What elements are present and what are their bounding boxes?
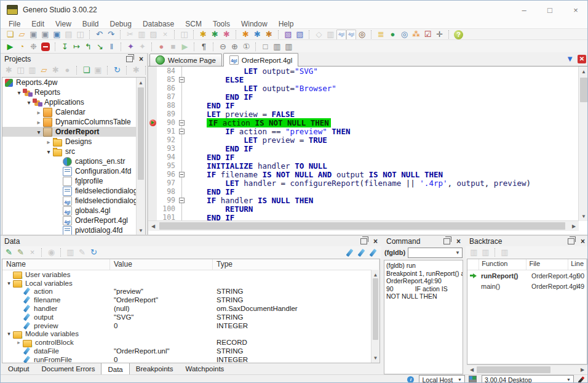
tree-item-applications[interactable]: ▾Applications <box>2 97 145 107</box>
dock-tab-breakpoints[interactable]: Breakpoints <box>130 363 180 374</box>
close-panel-icon[interactable]: × <box>138 55 145 63</box>
tree-item-fieldselectiondialog-4gl[interactable]: fieldselectiondialog.4gl <box>2 196 145 206</box>
breakpoint-margin[interactable] <box>148 127 157 135</box>
code-line[interactable]: 95 INITIALIZE handler TO NULL <box>148 161 579 170</box>
code-line[interactable]: 84 LET output="SVG" <box>148 67 579 75</box>
new-file-icon[interactable]: ❏ <box>4 30 16 39</box>
fold-margin[interactable] <box>178 196 186 204</box>
column-file[interactable]: File <box>526 259 568 270</box>
build-icon[interactable]: ✱ <box>197 30 209 39</box>
stop-icon[interactable] <box>41 42 50 51</box>
compile-all-icon[interactable]: ✱ <box>252 30 263 39</box>
code-line[interactable]: 85 ELSE <box>148 75 579 84</box>
expander-icon[interactable]: ▸ <box>34 109 43 116</box>
tree-item-globals-4gl[interactable]: globals.4gl <box>2 206 145 216</box>
menu-item-scm[interactable]: SCM <box>180 20 207 28</box>
menu-item-database[interactable]: Database <box>137 20 180 28</box>
scroll-left-icon[interactable]: ◀ <box>467 365 477 374</box>
zoom-reset-icon[interactable]: ① <box>240 42 252 52</box>
breakpoint-margin[interactable] <box>148 179 157 187</box>
code-line[interactable]: 88 END IF <box>148 101 579 110</box>
build-all-icon[interactable]: ✱ <box>209 30 221 39</box>
dock-tab-document-errors[interactable]: Document Errors <box>36 363 101 374</box>
tree-item-orderreport-4gl[interactable]: OrderReport.4gl <box>2 216 145 225</box>
tab-list-icon[interactable]: ▼ <box>566 54 574 63</box>
schema-icon[interactable]: ≣ <box>375 30 387 39</box>
export-icon[interactable]: ▧ <box>294 30 306 39</box>
info-icon[interactable]: i <box>407 376 414 383</box>
scroll-thumb[interactable] <box>138 87 144 180</box>
close-panel-icon[interactable]: × <box>579 237 586 246</box>
code-line[interactable]: 100 RETURN <box>148 204 579 213</box>
breakpoint-margin[interactable] <box>148 187 157 196</box>
environment-icon[interactable] <box>469 376 477 383</box>
variable-row[interactable]: dataFile"OrderReport.unl"STRING <box>2 347 379 355</box>
code-line[interactable]: 90 IF action IS NOT NULL THEN <box>148 118 579 127</box>
menu-item-build[interactable]: Build <box>77 20 105 28</box>
scroll-up-icon[interactable]: ▲ <box>137 78 145 87</box>
variable-row[interactable]: output"SVG"STRING <box>2 313 379 321</box>
run-scheduled-icon[interactable]: ◔ <box>16 42 28 52</box>
tree-item-designs[interactable]: ▸Designs <box>2 137 145 147</box>
close-panel-icon[interactable]: × <box>372 237 379 246</box>
breakpoint-margin[interactable] <box>148 153 157 161</box>
variable-row[interactable]: handler(null)om.SaxDocumentHandler <box>2 304 379 313</box>
attach-debugger-icon[interactable]: ❉ <box>28 42 39 52</box>
scroll-down-icon[interactable]: ▼ <box>371 353 379 363</box>
open-file-icon[interactable]: ▱ <box>16 30 28 39</box>
step-out-icon[interactable]: ↰ <box>82 42 94 52</box>
run-in-browser-icon[interactable]: ● <box>387 30 399 39</box>
close-panel-icon[interactable]: × <box>455 237 462 246</box>
expander-icon[interactable]: ▾ <box>34 129 43 135</box>
code-line[interactable]: 99 IF handler IS NULL THEN <box>148 196 579 204</box>
save-as-icon[interactable]: ▣ <box>39 30 51 39</box>
menu-item-file[interactable]: File <box>3 20 26 28</box>
breakpoint-margin[interactable] <box>148 67 157 75</box>
clean-icon[interactable]: ✱ <box>263 30 275 39</box>
tree-item-configuration-4fd[interactable]: Configuration.4fd <box>2 166 145 176</box>
configure-icon[interactable] <box>578 376 585 383</box>
breakpoint-margin[interactable] <box>148 75 157 84</box>
minimize-button[interactable]: – <box>511 1 537 18</box>
tree-item-dynamiccolumnstable[interactable]: ▸DynamicColumnsTable <box>2 117 145 127</box>
editor-vscrollbar[interactable]: ▲ ▼ <box>578 67 588 221</box>
scroll-thumb[interactable] <box>580 78 587 102</box>
toggle-breakpoint-icon[interactable]: ✦ <box>125 42 137 52</box>
fold-collapse-icon[interactable] <box>179 77 185 83</box>
variable-row[interactable]: ▾Local variables <box>2 279 379 288</box>
dock-tab-data[interactable]: Data <box>101 363 129 376</box>
tree-item-src[interactable]: ▾src <box>2 147 145 156</box>
scroll-right-icon[interactable]: ▶ <box>569 221 579 231</box>
expander-icon[interactable]: ▸ <box>15 339 23 345</box>
help-icon[interactable]: ? <box>454 30 463 39</box>
variable-row[interactable]: runFromFile0INTEGER <box>2 355 379 363</box>
dependencies-icon[interactable]: ⁂ <box>410 30 422 39</box>
save-icon[interactable]: ▣ <box>28 30 39 39</box>
step-over-icon[interactable]: ↦ <box>71 42 82 52</box>
code-line[interactable]: 98 END IF <box>148 187 579 196</box>
menu-item-debug[interactable]: Debug <box>105 20 137 28</box>
tree-item-captions-en-str[interactable]: captions_en.str <box>2 156 145 166</box>
editor-tab-orderreport-4gl[interactable]: OrderReport.4gl <box>223 53 298 67</box>
rebuild-icon[interactable]: ✱ <box>221 30 232 39</box>
scroll-thumb[interactable] <box>159 222 565 230</box>
column-type[interactable]: Type <box>213 259 379 270</box>
undo-icon[interactable]: ↶ <box>93 30 105 39</box>
breakpoint-margin[interactable] <box>148 135 157 144</box>
fold-collapse-icon[interactable] <box>179 129 185 134</box>
breakpoint-margin[interactable] <box>148 170 157 179</box>
variable-row[interactable]: filename"OrderReport"STRING <box>2 296 379 304</box>
import-icon[interactable]: ▧ <box>282 30 294 39</box>
menu-item-window[interactable]: Window <box>236 20 273 28</box>
refresh-data-icon[interactable]: ↻ <box>88 248 100 257</box>
fold-collapse-icon[interactable] <box>179 120 185 126</box>
breakpoint-margin[interactable] <box>148 110 157 118</box>
fold-margin[interactable] <box>178 118 186 127</box>
code-line[interactable]: 97 LET handler = configureReport(filenam… <box>148 179 579 187</box>
code-line[interactable]: 96 IF filename IS NOT NULL AND output IS… <box>148 170 579 179</box>
tree-item-pivotdialog-4fd[interactable]: pivotdialog.4fd <box>2 225 145 235</box>
menu-item-view[interactable]: View <box>50 20 77 28</box>
variable-row[interactable]: ▸controlBlockRECORD <box>2 338 379 347</box>
refresh-icon[interactable]: ↻ <box>111 65 123 75</box>
dropdown-arrow-icon[interactable]: ▼ <box>454 249 461 257</box>
